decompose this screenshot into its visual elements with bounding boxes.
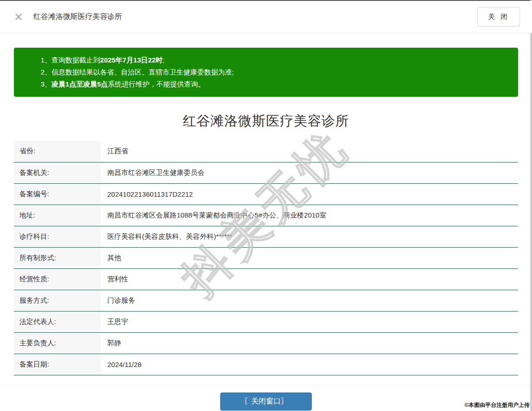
- table-row: 备案编号:20241022136011317D2212: [14, 183, 518, 205]
- table-row: 法定代表人:王思宇: [14, 311, 518, 332]
- field-label: 所有制形式:: [14, 247, 101, 268]
- notice-text: 2、信息数据结果以各省、自治区、直辖市卫生健康委数据为准;: [41, 68, 234, 76]
- field-value: 南昌市红谷滩区会展路1088号莱蒙都会商业中心5#办公、商业楼2010室: [101, 205, 518, 226]
- page-title: 红谷滩洛微斯医疗美容诊所: [33, 12, 122, 22]
- header-bar: ✕ 红谷滩洛微斯医疗美容诊所 关 闭: [0, 1, 532, 33]
- table-row: 备案机关:南昌市红谷滩区卫生健康委员会: [14, 162, 518, 183]
- field-label: 备案机关:: [14, 162, 101, 183]
- table-row: 省份:江西省: [14, 141, 518, 162]
- table-row: 备案日期:2024/11/28: [14, 354, 518, 375]
- clinic-title: 红谷滩洛微斯医疗美容诊所: [0, 112, 532, 131]
- upload-credit-label: ©本图由平台注册用户上传: [464, 401, 530, 409]
- notice-line: 2、信息数据结果以各省、自治区、直辖市卫生健康委数据为准;: [41, 66, 509, 78]
- table-row: 经营性质:营利性: [14, 268, 518, 290]
- notice-bold-text: 2025年7月13日22时: [100, 56, 162, 64]
- field-label: 地址:: [14, 205, 101, 226]
- table-row: 诊疗科目:医疗美容科(美容皮肤科、美容外科)******: [14, 226, 518, 247]
- notice-text: 3、: [41, 80, 51, 88]
- info-table: 省份:江西省 备案机关:南昌市红谷滩区卫生健康委员会 备案编号:20241022…: [14, 141, 518, 375]
- table-row: 地址:南昌市红谷滩区会展路1088号莱蒙都会商业中心5#办公、商业楼2010室: [14, 205, 518, 226]
- notice-line: 1、查询数据截止到2025年7月13日22时;: [41, 54, 509, 66]
- field-value: 其他: [101, 247, 518, 268]
- right-edge-scrollbar[interactable]: [530, 0, 532, 411]
- field-label: 主要负责人:: [14, 332, 101, 354]
- field-label: 经营性质:: [14, 268, 101, 290]
- table-row: 主要负责人:郭静: [14, 332, 518, 354]
- close-window-button[interactable]: 〖关闭窗口〗: [220, 392, 312, 411]
- button-row: 〖关闭窗口〗: [0, 392, 532, 411]
- table-row: 服务方式:门诊服务: [14, 290, 518, 311]
- field-label: 备案日期:: [14, 354, 101, 375]
- field-value: 2024/11/28: [101, 354, 518, 375]
- field-value: 医疗美容科(美容皮肤科、美容外科)******: [101, 226, 518, 247]
- close-button[interactable]: 关 闭: [477, 7, 520, 26]
- field-value: 王思宇: [101, 311, 518, 332]
- page: ✕ 红谷滩洛微斯医疗美容诊所 关 闭 1、查询数据截止到2025年7月13日22…: [0, 0, 532, 411]
- notice-box: 1、查询数据截止到2025年7月13日22时; 2、信息数据结果以各省、自治区、…: [14, 48, 518, 97]
- bottom-divider: [0, 385, 532, 386]
- field-value: 江西省: [101, 141, 518, 162]
- notice-text: ;: [162, 56, 164, 64]
- close-x-icon[interactable]: ✕: [14, 12, 23, 23]
- field-value: 郭静: [101, 332, 518, 354]
- field-value: 营利性: [101, 268, 518, 290]
- field-label: 省份:: [14, 141, 101, 162]
- field-value: 南昌市红谷滩区卫生健康委员会: [101, 162, 518, 183]
- field-label: 诊疗科目:: [14, 226, 101, 247]
- table-row: 所有制形式:其他: [14, 247, 518, 268]
- notice-line: 3、凌晨1点至凌晨5点系统进行维护，不能提供查询。: [41, 78, 509, 90]
- field-label: 法定代表人:: [14, 311, 101, 332]
- field-value: 门诊服务: [101, 290, 518, 311]
- notice-text: 系统进行维护，不能提供查询。: [108, 80, 205, 88]
- field-value: 20241022136011317D2212: [101, 183, 518, 205]
- field-label: 服务方式:: [14, 290, 101, 311]
- notice-bold-text: 凌晨1点至凌晨5点: [51, 80, 108, 88]
- field-label: 备案编号:: [14, 183, 101, 205]
- notice-text: 1、查询数据截止到: [41, 56, 100, 64]
